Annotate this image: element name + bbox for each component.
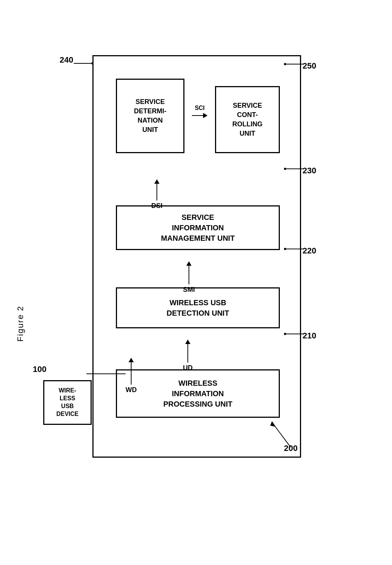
service-determination-label: SERVICEDETERMI-NATIONUNIT bbox=[134, 97, 166, 135]
wd-signal-label: WD bbox=[126, 386, 137, 394]
dsi-line bbox=[157, 184, 157, 201]
label-100: 100 bbox=[33, 364, 47, 374]
svg-marker-1 bbox=[270, 421, 276, 427]
box-wireless-usb-detection: WIRELESS USBDETECTION UNIT bbox=[116, 287, 280, 328]
service-info-management-label: SERVICEINFORMATIONMANAGEMENT UNIT bbox=[161, 212, 235, 243]
arrow-250-svg bbox=[283, 60, 306, 72]
sci-signal-label: SCI bbox=[195, 105, 205, 111]
top-section: SERVICEDETERMI-NATIONUNIT SCI SERVICECON… bbox=[116, 79, 280, 190]
sci-line bbox=[192, 115, 203, 116]
svg-point-7 bbox=[284, 168, 286, 170]
arrow-220-svg bbox=[283, 245, 306, 256]
outer-box-200: SERVICEDETERMI-NATIONUNIT SCI SERVICECON… bbox=[92, 55, 301, 458]
ud-line bbox=[187, 344, 188, 363]
svg-point-3 bbox=[284, 333, 286, 335]
wireless-usb-detection-label: WIRELESS USBDETECTION UNIT bbox=[167, 297, 229, 318]
wd-arrowhead bbox=[129, 358, 134, 362]
sci-connector: SCI bbox=[192, 79, 208, 118]
arrow-240-svg bbox=[72, 60, 94, 71]
wd-arrow-container: WD bbox=[126, 358, 137, 394]
svg-point-9 bbox=[91, 62, 94, 64]
smi-arrowhead bbox=[186, 261, 192, 266]
dsi-arrowhead bbox=[154, 179, 159, 184]
wd-horizontal-line bbox=[86, 373, 126, 374]
label-240: 240 bbox=[60, 55, 73, 65]
box-wireless-usb-device: WIRE-LESSUSBDEVICE bbox=[43, 380, 92, 425]
box-service-determination: SERVICEDETERMI-NATIONUNIT bbox=[116, 79, 184, 153]
svg-line-0 bbox=[274, 425, 291, 447]
smi-line bbox=[189, 266, 189, 284]
sci-arrowhead bbox=[203, 113, 208, 118]
svg-point-11 bbox=[284, 63, 286, 65]
figure-label: Figure 2 bbox=[16, 306, 25, 342]
svg-point-5 bbox=[284, 248, 286, 250]
wireless-info-processing-label: WIRELESSINFORMATIONPROCESSING UNIT bbox=[163, 378, 233, 409]
arrow-200-svg bbox=[268, 417, 298, 451]
sci-arrow bbox=[192, 113, 208, 118]
service-controlling-label: SERVICECONT-ROLLINGUNIT bbox=[232, 101, 262, 139]
box-service-info-management: SERVICEINFORMATIONMANAGEMENT UNIT bbox=[116, 205, 280, 250]
ud-arrow-container: UD bbox=[183, 340, 193, 372]
wd-arrow-line bbox=[131, 362, 132, 385]
arrow-230-svg bbox=[283, 165, 306, 176]
wireless-usb-device-label: WIRE-LESSUSBDEVICE bbox=[56, 387, 79, 418]
box-service-controlling: SERVICECONT-ROLLINGUNIT bbox=[215, 86, 280, 153]
arrow-210-svg bbox=[283, 330, 306, 341]
box-wireless-info-processing: WIRELESSINFORMATIONPROCESSING UNIT bbox=[116, 369, 280, 418]
ud-arrowhead bbox=[185, 340, 190, 344]
